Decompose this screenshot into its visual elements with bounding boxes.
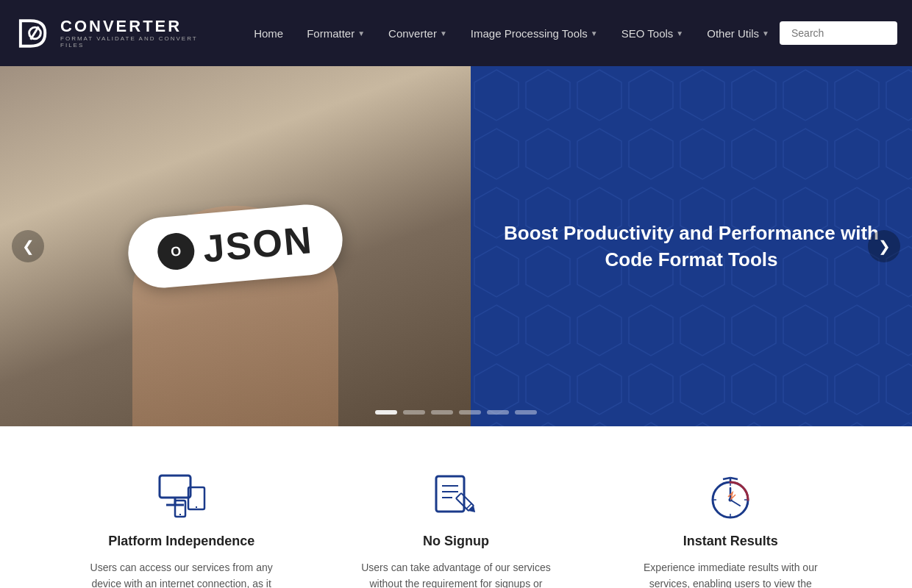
slider-dot-6[interactable] <box>515 410 537 415</box>
prev-arrow-icon: ❮ <box>22 237 35 255</box>
nav-seo-tools[interactable]: SEO Tools ▼ <box>611 20 694 47</box>
brand-title: CONVERTER <box>60 18 221 35</box>
feature-card-instant: Instant Results Experience immediate res… <box>620 463 841 588</box>
nav-other-utils[interactable]: Other Utils ▼ <box>697 20 780 47</box>
seo-tools-chevron-icon: ▼ <box>676 29 683 37</box>
feature-title-platform: Platform Independence <box>86 534 277 549</box>
slider-next-button[interactable]: ❯ <box>868 230 900 262</box>
slider-dot-4[interactable] <box>459 410 481 415</box>
feature-desc-platform: Users can access our services from any d… <box>86 559 277 588</box>
formatter-chevron-icon: ▼ <box>357 29 365 37</box>
feature-card-nosignup: No Signup Users can take advantage of ou… <box>346 463 566 588</box>
slider-dot-3[interactable] <box>431 410 453 415</box>
nav-home[interactable]: Home <box>243 20 293 47</box>
nav-formatter[interactable]: Formatter ▼ <box>296 20 375 47</box>
svg-line-21 <box>723 478 730 479</box>
hero-slider: O JSON Boost Productivity and Performanc… <box>0 66 912 426</box>
slider-prev-button[interactable]: ❮ <box>12 230 44 262</box>
brand-subtitle: FORMAT VALIDATE AND CONVERT FILES <box>60 35 221 49</box>
slider-dot-1[interactable] <box>375 410 397 415</box>
features-section: Platform Independence Users can access o… <box>0 426 912 588</box>
feature-title-instant: Instant Results <box>635 534 826 549</box>
hero-right-title: Boost Productivity and Performance with … <box>500 220 883 273</box>
instant-icon <box>705 470 756 522</box>
image-tools-chevron-icon: ▼ <box>591 29 598 37</box>
search-wrapper <box>780 21 897 45</box>
svg-marker-17 <box>469 505 478 514</box>
feature-desc-nosignup: Users can take advantage of our services… <box>360 559 552 588</box>
hero-right-content: Boost Productivity and Performance with … <box>471 190 912 303</box>
hero-left-panel: O JSON <box>0 66 471 426</box>
other-utils-chevron-icon: ▼ <box>762 29 769 37</box>
slider-dot-5[interactable] <box>487 410 509 415</box>
hero-left-background: O JSON <box>0 66 471 426</box>
feature-desc-instant: Experience immediate results with our se… <box>635 559 826 588</box>
logo-svg <box>15 13 54 54</box>
brand-logo[interactable]: CONVERTER FORMAT VALIDATE AND CONVERT FI… <box>15 13 221 54</box>
navbar: CONVERTER FORMAT VALIDATE AND CONVERT FI… <box>0 0 912 66</box>
hero-right-panel: Boost Productivity and Performance with … <box>471 66 912 426</box>
next-arrow-icon: ❯ <box>878 237 891 255</box>
slider-dots <box>375 410 537 415</box>
feature-title-nosignup: No Signup <box>360 534 552 549</box>
nav-image-tools[interactable]: Image Processing Tools ▼ <box>460 20 608 47</box>
nav-links: Home Formatter ▼ Converter ▼ Image Proce… <box>243 20 780 47</box>
json-logo-circle: O <box>156 232 196 271</box>
platform-icon <box>156 470 207 522</box>
svg-line-22 <box>730 478 738 479</box>
slider-dot-2[interactable] <box>403 410 425 415</box>
feature-card-platform: Platform Independence Users can access o… <box>71 463 292 588</box>
search-input[interactable] <box>780 21 897 45</box>
json-label: JSON <box>202 218 315 271</box>
converter-chevron-icon: ▼ <box>440 29 447 37</box>
nav-converter[interactable]: Converter ▼ <box>378 20 457 47</box>
svg-rect-5 <box>160 476 190 498</box>
nosignup-icon <box>430 470 482 522</box>
